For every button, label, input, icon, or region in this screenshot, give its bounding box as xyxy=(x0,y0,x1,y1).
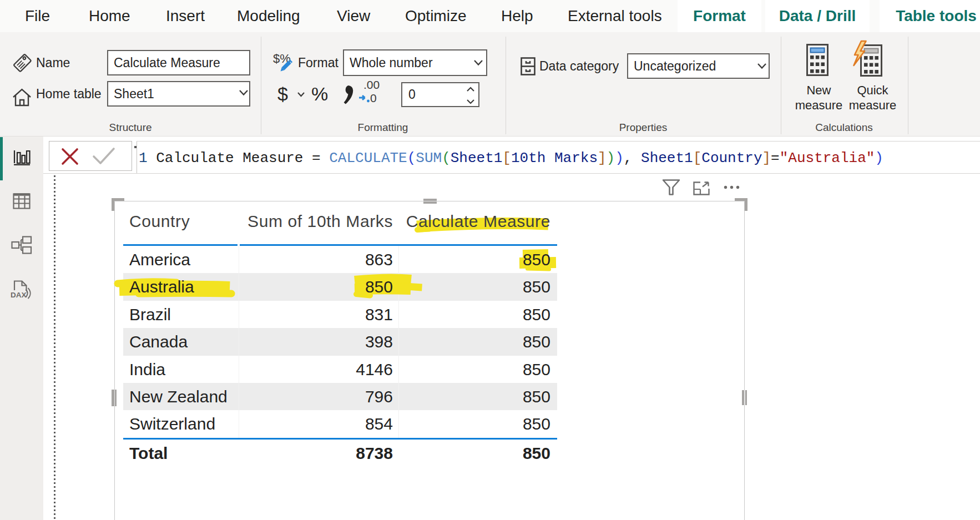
svg-text:.00: .00 xyxy=(363,79,380,91)
svg-text:0: 0 xyxy=(370,92,377,104)
svg-text:DAX: DAX xyxy=(11,291,27,299)
